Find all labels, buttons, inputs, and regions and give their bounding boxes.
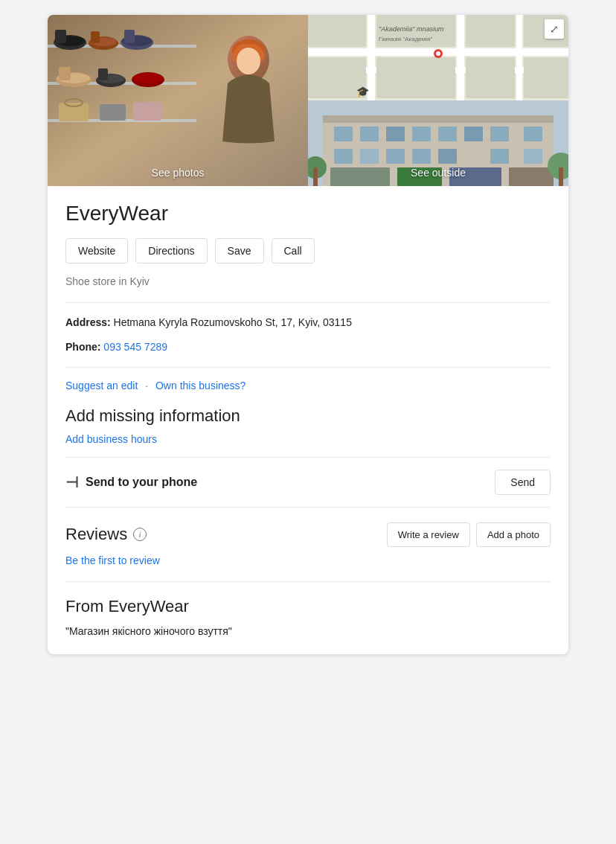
- svg-rect-51: [360, 127, 379, 141]
- outside-photo[interactable]: See outside: [308, 100, 568, 186]
- svg-rect-34: [308, 15, 366, 47]
- add-missing-heading: Add missing information: [65, 406, 551, 426]
- divider-2: [65, 367, 551, 368]
- map-photo[interactable]: "Akademiia" mnasium Гімназія "Академія" …: [308, 15, 568, 100]
- svg-rect-15: [59, 67, 71, 80]
- photo-section: See photos: [48, 15, 568, 186]
- svg-rect-9: [91, 31, 100, 43]
- send-section: ⊣ Send to your phone Send: [65, 457, 551, 508]
- svg-rect-12: [124, 30, 135, 43]
- svg-rect-49: [323, 115, 554, 123]
- add-photo-button[interactable]: Add a photo: [476, 522, 551, 547]
- call-button[interactable]: Call: [272, 238, 315, 263]
- svg-rect-23: [100, 104, 126, 121]
- svg-rect-56: [490, 127, 509, 141]
- send-phone-icon: ⊣: [65, 473, 78, 491]
- divider-3: [65, 581, 551, 582]
- suggest-row: Suggest an edit · Own this business?: [65, 380, 551, 391]
- svg-rect-50: [334, 127, 353, 141]
- suggest-edit-link[interactable]: Suggest an edit: [65, 380, 138, 391]
- svg-rect-72: [559, 167, 563, 186]
- address-row: Address: Hetmana Kyryla Rozumovskoho St,…: [65, 315, 551, 330]
- svg-point-27: [237, 48, 260, 74]
- svg-rect-70: [313, 167, 318, 186]
- svg-rect-65: [330, 167, 390, 186]
- map-expand-button[interactable]: ⤢: [545, 19, 564, 39]
- svg-rect-57: [524, 127, 542, 141]
- reviews-info-icon[interactable]: i: [133, 528, 147, 541]
- svg-rect-63: [490, 149, 509, 164]
- reviews-header: Reviews i Write a review Add a photo: [65, 522, 551, 547]
- reviews-title-wrap: Reviews i: [65, 525, 147, 544]
- svg-text:"Akademiia" mnasium: "Akademiia" mnasium: [379, 25, 444, 33]
- svg-rect-59: [360, 149, 379, 164]
- svg-point-20: [133, 73, 163, 83]
- svg-text:🎓: 🎓: [356, 86, 370, 98]
- phone-label: Phone:: [65, 341, 103, 353]
- website-button[interactable]: Website: [65, 238, 128, 263]
- first-review-link[interactable]: Be the first to review: [65, 554, 551, 566]
- svg-rect-21: [59, 103, 89, 121]
- see-photos-label: See photos: [152, 167, 205, 179]
- write-review-button[interactable]: Write a review: [387, 522, 470, 547]
- svg-rect-58: [334, 149, 353, 164]
- see-outside-label: See outside: [411, 167, 466, 179]
- phone-row: Phone: 093 545 7289: [65, 339, 551, 355]
- svg-rect-33: [516, 15, 522, 100]
- interior-photo[interactable]: See photos: [48, 15, 308, 186]
- reviews-buttons: Write a review Add a photo: [387, 522, 551, 547]
- separator: ·: [145, 380, 148, 391]
- reviews-title: Reviews: [65, 525, 127, 544]
- svg-rect-60: [386, 149, 405, 164]
- own-business-link[interactable]: Own this business?: [155, 380, 246, 391]
- add-business-hours-link[interactable]: Add business hours: [65, 433, 551, 445]
- from-heading: From EveryWear: [65, 597, 551, 616]
- svg-rect-68: [509, 167, 554, 186]
- svg-rect-40: [466, 57, 515, 98]
- svg-text:Гімназія "Академія": Гімназія "Академія": [379, 36, 432, 42]
- svg-point-45: [436, 51, 440, 56]
- phone-link[interactable]: 093 545 7289: [103, 341, 167, 353]
- directions-button[interactable]: Directions: [135, 238, 207, 263]
- svg-rect-39: [376, 57, 455, 98]
- svg-rect-41: [524, 57, 568, 98]
- expand-icon: ⤢: [550, 23, 559, 35]
- send-label: Send to your phone: [86, 476, 197, 489]
- svg-rect-6: [55, 30, 66, 43]
- business-name: EveryWear: [65, 201, 551, 226]
- from-section: From EveryWear "Магазин якісного жіночог…: [65, 594, 551, 639]
- svg-rect-61: [412, 149, 431, 164]
- svg-rect-18: [98, 68, 108, 80]
- svg-rect-32: [457, 15, 464, 100]
- save-button[interactable]: Save: [215, 238, 264, 263]
- business-card: See photos: [48, 15, 568, 654]
- svg-rect-52: [386, 127, 405, 141]
- address-label: Address:: [65, 316, 114, 328]
- svg-rect-62: [438, 149, 457, 164]
- category-text: Shoe store in Kyiv: [65, 275, 551, 287]
- svg-rect-55: [464, 127, 483, 141]
- svg-rect-53: [412, 127, 431, 141]
- svg-rect-64: [524, 149, 542, 164]
- divider-1: [65, 302, 551, 303]
- svg-rect-24: [133, 102, 161, 121]
- action-buttons: Website Directions Save Call: [65, 238, 551, 263]
- address-value: Hetmana Kyryla Rozumovskoho St, 17, Kyiv…: [114, 316, 352, 328]
- info-section: EveryWear Website Directions Save Call S…: [48, 186, 568, 654]
- send-button[interactable]: Send: [495, 470, 551, 495]
- svg-rect-54: [438, 127, 457, 141]
- send-left: ⊣ Send to your phone: [65, 473, 197, 491]
- svg-rect-36: [466, 15, 515, 47]
- business-quote: "Магазин якісного жіночого взуття": [65, 624, 551, 639]
